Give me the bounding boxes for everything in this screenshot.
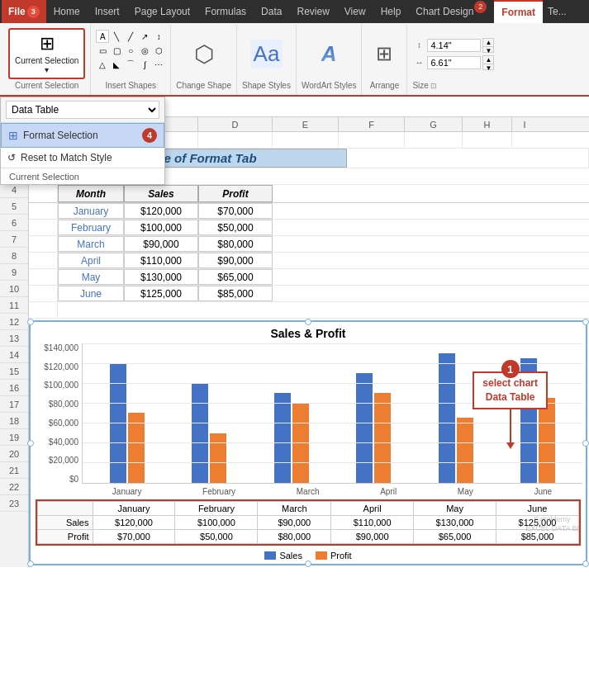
chartdesign-badge: 2 <box>474 1 487 13</box>
app-container: File 3 Home Insert Page Layout Formulas … <box>0 0 589 700</box>
width-input[interactable] <box>427 56 481 69</box>
bar-apr-orange <box>374 393 391 483</box>
shape-zigzag-icon[interactable]: ⌒ <box>124 58 137 71</box>
row-header-19[interactable]: 19 <box>0 429 28 446</box>
shape-parallelogram-icon[interactable]: ⬡ <box>152 44 165 57</box>
shape-more-icon[interactable]: ⋯ <box>152 58 165 71</box>
data-table-header-row: January February March April May June <box>38 502 579 516</box>
shape-triangle-icon[interactable]: △ <box>96 58 109 71</box>
bar-group-mar <box>274 393 309 483</box>
handle-tl[interactable] <box>27 319 34 325</box>
row-header-16[interactable]: 16 <box>0 380 28 396</box>
row-header-6[interactable]: 6 <box>0 215 28 231</box>
arrange-button[interactable]: ⊞ <box>373 39 396 69</box>
wordart-icon: A <box>321 41 337 67</box>
tab-data[interactable]: Data <box>254 0 289 23</box>
width-icon: ↔ <box>412 56 425 69</box>
shape-oval-icon[interactable]: ○ <box>124 44 137 57</box>
shape-roundrect-icon[interactable]: ▢ <box>110 44 123 57</box>
bar-feb-orange <box>210 433 226 483</box>
current-selection-button[interactable]: ⊞ Current Selection ▾ <box>8 28 85 79</box>
row-header-17[interactable]: 17 <box>0 396 28 413</box>
legend-sales: Sales <box>264 551 302 560</box>
file-badge: 3 <box>27 6 40 18</box>
row-header-13[interactable]: 13 <box>0 330 28 347</box>
shape-styles-icon: Aa <box>250 40 283 69</box>
tab-extra[interactable]: Te... <box>543 0 572 23</box>
height-input[interactable] <box>427 39 481 52</box>
tab-format[interactable]: Format <box>494 0 543 23</box>
row-header-20[interactable]: 20 <box>0 446 28 462</box>
group-size-label: Size ⊡ <box>412 79 494 92</box>
row-header-14[interactable]: 14 <box>0 347 28 363</box>
shape-line2-icon[interactable]: ╱ <box>124 30 137 43</box>
tab-review[interactable]: Review <box>289 0 336 23</box>
tab-pagelayout[interactable]: Page Layout <box>127 0 197 23</box>
tab-formulas[interactable]: Formulas <box>197 0 254 23</box>
row-header-11[interactable]: 11 <box>0 297 28 314</box>
col-G[interactable]: G <box>405 117 463 131</box>
tab-file[interactable]: File 3 <box>2 0 46 23</box>
cell-b4: Month <box>58 185 124 202</box>
col-I[interactable]: I <box>512 117 537 131</box>
handle-tr[interactable] <box>582 319 589 325</box>
row-9: May $130,000 $65,000 <box>29 269 589 286</box>
badge-1: 1 <box>501 360 520 378</box>
current-selection-label: Current Selection <box>15 56 78 65</box>
col-H[interactable]: H <box>463 117 512 131</box>
legend-profit-color <box>316 551 327 560</box>
row-4-headers: Month Sales Profit <box>29 185 589 203</box>
wordart-button[interactable]: A <box>318 38 340 70</box>
group-shape-styles: Aa Shape Styles <box>237 25 297 95</box>
tab-home[interactable]: Home <box>46 0 88 23</box>
row-header-5[interactable]: 5 <box>0 198 28 215</box>
shape-text-icon[interactable]: A <box>96 30 109 43</box>
current-selection-select[interactable]: Data Table <box>6 101 159 119</box>
tab-insert[interactable]: Insert <box>88 0 127 23</box>
col-E[interactable]: E <box>273 117 339 131</box>
row-header-8[interactable]: 8 <box>0 248 28 264</box>
bar-group-apr <box>356 373 391 483</box>
tab-chartdesign[interactable]: Chart Design 2 <box>408 0 494 23</box>
row-header-21[interactable]: 21 <box>0 462 28 479</box>
handle-tc[interactable] <box>305 319 311 325</box>
shape-styles-button[interactable]: Aa <box>247 36 287 72</box>
formula-input[interactable] <box>122 101 586 112</box>
current-selection-icon: ⊞ <box>15 33 78 54</box>
change-shape-button[interactable]: ⬡ <box>191 37 217 71</box>
row-header-9[interactable]: 9 <box>0 264 28 281</box>
shape-circle-icon[interactable]: ◎ <box>138 44 151 57</box>
handle-ml[interactable] <box>27 440 34 447</box>
ribbon-content: ⊞ Current Selection ▾ Current Selection … <box>0 23 589 97</box>
row-header-10[interactable]: 10 <box>0 281 28 297</box>
row-header-7[interactable]: 7 <box>0 231 28 248</box>
format-selection-item[interactable]: ⊞ Format Selection 4 <box>1 123 164 148</box>
reset-style-item[interactable]: ↺ Reset to Match Style <box>1 148 164 168</box>
dropdown-current-selection-label: Current Selection <box>1 168 164 184</box>
col-D[interactable]: D <box>198 117 273 131</box>
shape-arrow-icon[interactable]: ↗ <box>138 30 151 43</box>
handle-bc[interactable] <box>305 560 311 567</box>
col-F[interactable]: F <box>339 117 405 131</box>
row-header-22[interactable]: 22 <box>0 479 28 495</box>
tab-help[interactable]: Help <box>373 0 409 23</box>
bar-group-may <box>439 353 473 483</box>
row-header-18[interactable]: 18 <box>0 413 28 429</box>
callout-container: 1 select chart Data Table <box>473 371 548 449</box>
tab-view[interactable]: View <box>337 0 373 23</box>
height-spinner[interactable]: ▲ ▼ <box>482 38 494 53</box>
format-selection-label: Format Selection <box>23 130 98 141</box>
shape-rect-icon[interactable]: ▭ <box>96 44 109 57</box>
width-spinner[interactable]: ▲ ▼ <box>482 55 494 70</box>
handle-bl[interactable] <box>27 560 34 567</box>
row-header-12[interactable]: 12 <box>0 314 28 330</box>
row-header-23[interactable]: 23 <box>0 495 28 512</box>
handle-mr[interactable] <box>582 440 589 447</box>
row-header-15[interactable]: 15 <box>0 363 28 380</box>
shape-curve-icon[interactable]: ∫ <box>138 58 151 71</box>
shape-doublearrow-icon[interactable]: ↕ <box>152 30 165 43</box>
shape-line-icon[interactable]: ╲ <box>110 30 123 43</box>
handle-br[interactable] <box>582 560 589 567</box>
arrange-icon: ⊞ <box>376 42 392 65</box>
shape-rtriangle-icon[interactable]: ◣ <box>110 58 123 71</box>
